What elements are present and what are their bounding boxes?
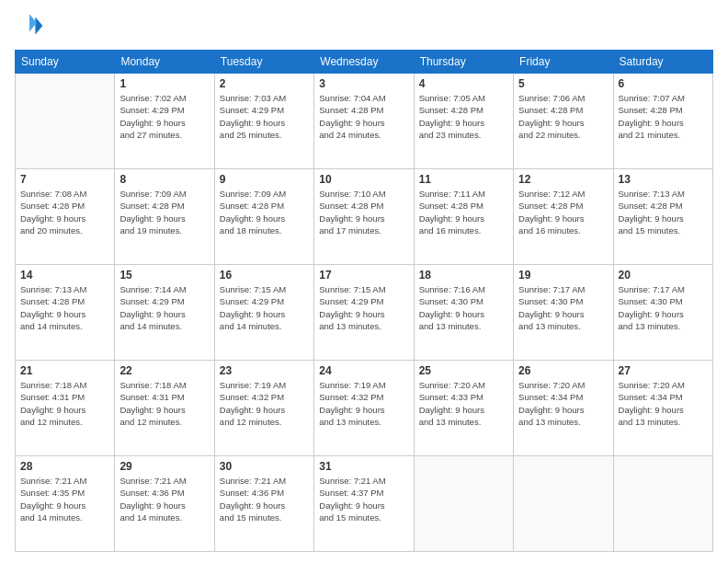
day-number: 28 xyxy=(20,460,109,473)
day-info: Sunrise: 7:21 AM Sunset: 4:36 PM Dayligh… xyxy=(220,475,309,523)
calendar-week-row: 7Sunrise: 7:08 AM Sunset: 4:28 PM Daylig… xyxy=(16,169,713,265)
calendar-cell: 27Sunrise: 7:20 AM Sunset: 4:34 PM Dayli… xyxy=(613,361,712,456)
calendar-header: SundayMondayTuesdayWednesdayThursdayFrid… xyxy=(16,51,713,74)
day-number: 20 xyxy=(619,269,708,282)
day-info: Sunrise: 7:15 AM Sunset: 4:29 PM Dayligh… xyxy=(220,283,309,332)
weekday-header: Wednesday xyxy=(314,51,414,74)
day-number: 3 xyxy=(319,77,408,90)
day-number: 11 xyxy=(419,173,508,186)
day-info: Sunrise: 7:15 AM Sunset: 4:29 PM Dayligh… xyxy=(319,283,408,332)
day-number: 26 xyxy=(518,364,608,377)
day-number: 16 xyxy=(220,269,309,282)
day-info: Sunrise: 7:17 AM Sunset: 4:30 PM Dayligh… xyxy=(619,283,708,332)
day-info: Sunrise: 7:10 AM Sunset: 4:28 PM Dayligh… xyxy=(319,188,408,236)
calendar-week-row: 1Sunrise: 7:02 AM Sunset: 4:29 PM Daylig… xyxy=(16,74,713,169)
weekday-row: SundayMondayTuesdayWednesdayThursdayFrid… xyxy=(16,51,713,74)
day-info: Sunrise: 7:11 AM Sunset: 4:28 PM Dayligh… xyxy=(419,188,508,236)
day-info: Sunrise: 7:08 AM Sunset: 4:28 PM Dayligh… xyxy=(20,188,109,236)
day-info: Sunrise: 7:09 AM Sunset: 4:28 PM Dayligh… xyxy=(220,188,309,236)
calendar-cell: 11Sunrise: 7:11 AM Sunset: 4:28 PM Dayli… xyxy=(414,169,513,265)
day-info: Sunrise: 7:19 AM Sunset: 4:32 PM Dayligh… xyxy=(220,379,309,428)
weekday-header: Monday xyxy=(115,51,214,74)
day-info: Sunrise: 7:14 AM Sunset: 4:29 PM Dayligh… xyxy=(119,283,209,332)
day-number: 8 xyxy=(119,173,209,186)
day-number: 25 xyxy=(419,364,508,377)
calendar-cell xyxy=(414,456,513,552)
day-number: 30 xyxy=(220,460,309,473)
calendar: SundayMondayTuesdayWednesdayThursdayFrid… xyxy=(15,50,713,552)
calendar-cell: 13Sunrise: 7:13 AM Sunset: 4:28 PM Dayli… xyxy=(613,169,712,265)
day-info: Sunrise: 7:06 AM Sunset: 4:28 PM Dayligh… xyxy=(518,92,608,141)
page: SundayMondayTuesdayWednesdayThursdayFrid… xyxy=(0,0,728,563)
day-number: 29 xyxy=(119,460,209,473)
day-number: 14 xyxy=(20,269,109,282)
calendar-week-row: 28Sunrise: 7:21 AM Sunset: 4:35 PM Dayli… xyxy=(16,456,713,552)
day-info: Sunrise: 7:09 AM Sunset: 4:28 PM Dayligh… xyxy=(119,188,209,236)
calendar-cell: 2Sunrise: 7:03 AM Sunset: 4:29 PM Daylig… xyxy=(214,74,313,169)
day-info: Sunrise: 7:20 AM Sunset: 4:34 PM Dayligh… xyxy=(518,379,608,428)
calendar-cell: 3Sunrise: 7:04 AM Sunset: 4:28 PM Daylig… xyxy=(314,74,414,169)
weekday-header: Friday xyxy=(514,51,613,74)
day-number: 6 xyxy=(619,77,708,90)
day-info: Sunrise: 7:03 AM Sunset: 4:29 PM Dayligh… xyxy=(220,92,309,141)
day-info: Sunrise: 7:18 AM Sunset: 4:31 PM Dayligh… xyxy=(119,379,209,428)
calendar-body: 1Sunrise: 7:02 AM Sunset: 4:29 PM Daylig… xyxy=(16,74,713,552)
day-info: Sunrise: 7:05 AM Sunset: 4:28 PM Dayligh… xyxy=(419,92,508,141)
calendar-cell: 12Sunrise: 7:12 AM Sunset: 4:28 PM Dayli… xyxy=(514,169,613,265)
day-number: 10 xyxy=(319,173,408,186)
logo xyxy=(15,11,46,40)
calendar-cell xyxy=(16,74,115,169)
day-number: 12 xyxy=(518,173,608,186)
day-number: 18 xyxy=(419,269,508,282)
day-info: Sunrise: 7:13 AM Sunset: 4:28 PM Dayligh… xyxy=(619,188,708,236)
day-number: 19 xyxy=(518,269,608,282)
weekday-header: Saturday xyxy=(613,51,712,74)
logo-icon xyxy=(15,11,44,40)
calendar-cell: 22Sunrise: 7:18 AM Sunset: 4:31 PM Dayli… xyxy=(115,361,214,456)
calendar-cell: 1Sunrise: 7:02 AM Sunset: 4:29 PM Daylig… xyxy=(115,74,214,169)
calendar-cell: 10Sunrise: 7:10 AM Sunset: 4:28 PM Dayli… xyxy=(314,169,414,265)
calendar-cell xyxy=(613,456,712,552)
day-info: Sunrise: 7:19 AM Sunset: 4:32 PM Dayligh… xyxy=(319,379,408,428)
day-number: 21 xyxy=(20,364,109,377)
calendar-cell: 20Sunrise: 7:17 AM Sunset: 4:30 PM Dayli… xyxy=(613,265,712,361)
day-info: Sunrise: 7:07 AM Sunset: 4:28 PM Dayligh… xyxy=(619,92,708,141)
day-info: Sunrise: 7:17 AM Sunset: 4:30 PM Dayligh… xyxy=(518,283,608,332)
day-number: 1 xyxy=(119,77,209,90)
weekday-header: Tuesday xyxy=(214,51,313,74)
day-info: Sunrise: 7:12 AM Sunset: 4:28 PM Dayligh… xyxy=(518,188,608,236)
calendar-cell: 23Sunrise: 7:19 AM Sunset: 4:32 PM Dayli… xyxy=(214,361,313,456)
day-info: Sunrise: 7:21 AM Sunset: 4:36 PM Dayligh… xyxy=(119,475,209,523)
calendar-cell: 28Sunrise: 7:21 AM Sunset: 4:35 PM Dayli… xyxy=(16,456,115,552)
calendar-cell: 14Sunrise: 7:13 AM Sunset: 4:28 PM Dayli… xyxy=(16,265,115,361)
calendar-cell: 8Sunrise: 7:09 AM Sunset: 4:28 PM Daylig… xyxy=(115,169,214,265)
day-info: Sunrise: 7:20 AM Sunset: 4:33 PM Dayligh… xyxy=(419,379,508,428)
day-info: Sunrise: 7:02 AM Sunset: 4:29 PM Dayligh… xyxy=(119,92,209,141)
calendar-cell: 18Sunrise: 7:16 AM Sunset: 4:30 PM Dayli… xyxy=(414,265,513,361)
calendar-cell: 31Sunrise: 7:21 AM Sunset: 4:37 PM Dayli… xyxy=(314,456,414,552)
weekday-header: Sunday xyxy=(16,51,115,74)
calendar-cell: 30Sunrise: 7:21 AM Sunset: 4:36 PM Dayli… xyxy=(214,456,313,552)
day-info: Sunrise: 7:21 AM Sunset: 4:37 PM Dayligh… xyxy=(319,475,408,523)
calendar-cell: 29Sunrise: 7:21 AM Sunset: 4:36 PM Dayli… xyxy=(115,456,214,552)
day-number: 4 xyxy=(419,77,508,90)
header xyxy=(15,11,713,40)
day-number: 7 xyxy=(20,173,109,186)
day-number: 2 xyxy=(220,77,309,90)
calendar-cell xyxy=(514,456,613,552)
calendar-cell: 16Sunrise: 7:15 AM Sunset: 4:29 PM Dayli… xyxy=(214,265,313,361)
calendar-week-row: 14Sunrise: 7:13 AM Sunset: 4:28 PM Dayli… xyxy=(16,265,713,361)
day-number: 13 xyxy=(619,173,708,186)
day-number: 22 xyxy=(119,364,209,377)
calendar-cell: 26Sunrise: 7:20 AM Sunset: 4:34 PM Dayli… xyxy=(514,361,613,456)
day-number: 24 xyxy=(319,364,408,377)
day-number: 15 xyxy=(119,269,209,282)
day-info: Sunrise: 7:18 AM Sunset: 4:31 PM Dayligh… xyxy=(20,379,109,428)
calendar-cell: 4Sunrise: 7:05 AM Sunset: 4:28 PM Daylig… xyxy=(414,74,513,169)
calendar-cell: 17Sunrise: 7:15 AM Sunset: 4:29 PM Dayli… xyxy=(314,265,414,361)
day-info: Sunrise: 7:21 AM Sunset: 4:35 PM Dayligh… xyxy=(20,475,109,523)
calendar-cell: 6Sunrise: 7:07 AM Sunset: 4:28 PM Daylig… xyxy=(613,74,712,169)
calendar-cell: 5Sunrise: 7:06 AM Sunset: 4:28 PM Daylig… xyxy=(514,74,613,169)
calendar-cell: 24Sunrise: 7:19 AM Sunset: 4:32 PM Dayli… xyxy=(314,361,414,456)
day-number: 9 xyxy=(220,173,309,186)
